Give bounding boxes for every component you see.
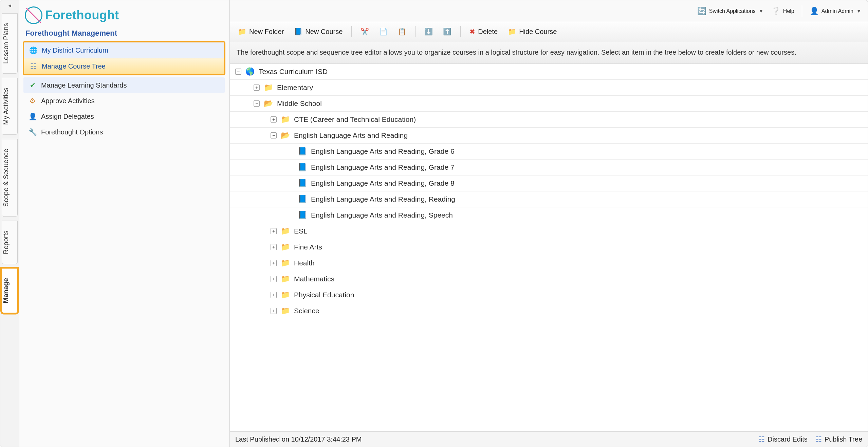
tree-folder-fine-arts[interactable]: 📁 Fine Arts (230, 239, 868, 255)
tree-label: English Language Arts and Reading, Speec… (311, 211, 453, 219)
statusbar-actions: ☷ Discard Edits ☷ Publish Tree (759, 435, 862, 443)
app-root: ◂ Lesson Plans My Activities Scope & Seq… (0, 0, 868, 447)
chevron-down-icon: ▾ (857, 8, 860, 14)
tree-folder-pe[interactable]: 📁 Physical Education (230, 287, 868, 303)
course-tree: 🌎 Texas Curriculum ISD 📁 Elementary 📂 Mi… (230, 64, 868, 431)
sidebar-item-manage-learning-standards[interactable]: ✔︎ Manage Learning Standards (23, 77, 225, 93)
btn-label: Hide Course (519, 28, 557, 36)
tree-folder-cte[interactable]: 📁 CTE (Career and Technical Education) (230, 112, 868, 128)
tree-folder-ela[interactable]: 📂 English Language Arts and Reading (230, 128, 868, 144)
publish-tree-button[interactable]: ☷ Publish Tree (816, 435, 862, 443)
expand-icon[interactable] (254, 85, 260, 91)
gear-person-icon: ⚙︎ (28, 97, 37, 105)
globe-icon: 🌎 (245, 67, 255, 76)
vtab-lesson-plans[interactable]: Lesson Plans (2, 13, 18, 74)
spacer (288, 196, 294, 202)
folder-open-icon: 📂 (281, 131, 290, 140)
switch-label: Switch Applications (709, 8, 756, 14)
sidebar-item-forethought-options[interactable]: 🔧 Forethought Options (23, 124, 225, 140)
tree-label: Physical Education (294, 291, 354, 299)
vtab-scope-sequence[interactable]: Scope & Sequence (2, 139, 18, 217)
tree-course-ela-g7[interactable]: 📘 English Language Arts and Reading, Gra… (230, 160, 868, 175)
user-icon: 👤 (810, 7, 819, 16)
sidebar-secondary-list: ✔︎ Manage Learning Standards ⚙︎ Approve … (23, 75, 225, 142)
tree-course-ela-g6[interactable]: 📘 English Language Arts and Reading, Gra… (230, 144, 868, 160)
expand-icon[interactable] (271, 116, 277, 123)
folder-hide-icon: 📁 (508, 27, 516, 36)
checkmark-icon: ✔︎ (28, 81, 37, 89)
tree-folder-mathematics[interactable]: 📁 Mathematics (230, 271, 868, 287)
tree-label: CTE (Career and Technical Education) (294, 115, 416, 124)
tree-label: Elementary (277, 83, 313, 92)
expand-icon[interactable] (271, 244, 277, 250)
expand-icon[interactable] (271, 260, 277, 266)
expand-icon[interactable] (271, 292, 277, 298)
user-menu-button[interactable]: 👤 Admin Admin ▾ (807, 5, 863, 18)
sidebar-item-assign-delegates[interactable]: 👤 Assign Delegates (23, 109, 225, 124)
paste-button[interactable]: 📋 (394, 25, 410, 38)
statusbar: Last Published on 10/12/2017 3:44:23 PM … (230, 431, 868, 447)
expand-icon[interactable] (271, 276, 277, 282)
tree-course-ela-reading[interactable]: 📘 English Language Arts and Reading, Rea… (230, 191, 868, 207)
sidebar-item-district-curriculum[interactable]: 🌐 My District Curriculum (24, 42, 224, 58)
copy-icon: 📄 (379, 27, 388, 36)
toolbar-separator (460, 26, 461, 37)
cut-button[interactable]: ✂️ (357, 25, 372, 38)
vtab-manage[interactable]: Manage (2, 268, 18, 313)
tree-course-ela-g8[interactable]: 📘 English Language Arts and Reading, Gra… (230, 175, 868, 191)
book-icon: 📘 (298, 163, 307, 172)
move-down-button[interactable]: ⬇️ (421, 25, 436, 38)
wrench-icon: 🔧 (28, 128, 37, 136)
tree-label: Texas Curriculum ISD (259, 68, 328, 76)
expand-icon[interactable] (271, 308, 277, 314)
tree-folder-health[interactable]: 📁 Health (230, 255, 868, 271)
help-button[interactable]: ❔ Help (769, 5, 797, 18)
new-folder-button[interactable]: 📁 New Folder (235, 25, 287, 38)
tree-folder-science[interactable]: 📁 Science (230, 303, 868, 319)
copy-button[interactable]: 📄 (376, 25, 391, 38)
delete-x-icon: ✖ (469, 27, 475, 36)
switch-applications-button[interactable]: 🔄 Switch Applications ▾ (695, 5, 765, 18)
book-icon: 📘 (298, 195, 307, 204)
vtab-my-activities[interactable]: My Activities (2, 78, 18, 135)
tree-label: Middle School (277, 99, 322, 108)
sidebar-item-manage-course-tree[interactable]: ☷ Manage Course Tree (24, 58, 224, 74)
move-up-button[interactable]: ⬆️ (440, 25, 455, 38)
collapse-icon[interactable] (235, 69, 241, 75)
new-course-button[interactable]: 📘 New Course (291, 25, 346, 38)
tree-folder-esl[interactable]: 📁 ESL (230, 223, 868, 239)
hide-course-button[interactable]: 📁 Hide Course (504, 25, 560, 38)
user-label: Admin Admin (821, 8, 853, 14)
last-published-text: Last Published on 10/12/2017 3:44:23 PM (235, 435, 362, 443)
scissors-icon: ✂️ (361, 27, 369, 36)
tree-course-ela-speech[interactable]: 📘 English Language Arts and Reading, Spe… (230, 207, 868, 223)
sidebar-item-approve-activities[interactable]: ⚙︎ Approve Activities (23, 93, 225, 109)
vtab-reports[interactable]: Reports (2, 221, 18, 264)
tree-icon: ☷ (29, 62, 38, 70)
main-panel: 🔄 Switch Applications ▾ ❔ Help 👤 Admin A… (230, 0, 868, 447)
book-icon: 📘 (298, 179, 307, 188)
expand-icon[interactable] (271, 228, 277, 234)
help-label: Help (783, 8, 794, 14)
collapse-icon[interactable] (254, 100, 260, 107)
chevron-down-icon: ▾ (760, 8, 762, 14)
spacer (288, 164, 294, 170)
collapse-handle[interactable]: ◂ (0, 2, 19, 11)
tree-label: English Language Arts and Reading, Grade… (311, 179, 455, 187)
spacer (288, 148, 294, 154)
sidebar-highlighted-group: 🌐 My District Curriculum ☷ Manage Course… (23, 41, 225, 75)
sidebar-item-label: Approve Activities (41, 97, 95, 105)
tree-icon: ☷ (816, 435, 822, 443)
tree-label: English Language Arts and Reading, Grade… (311, 163, 455, 171)
tree-folder-middle-school[interactable]: 📂 Middle School (230, 96, 868, 112)
tree-folder-elementary[interactable]: 📁 Elementary (230, 80, 868, 96)
book-icon: 📘 (298, 147, 307, 156)
tree-root[interactable]: 🌎 Texas Curriculum ISD (230, 64, 868, 80)
switch-icon: 🔄 (697, 7, 706, 16)
collapse-icon[interactable] (271, 132, 277, 138)
topbar-separator (802, 5, 802, 17)
discard-edits-button[interactable]: ☷ Discard Edits (759, 435, 808, 443)
delete-button[interactable]: ✖ Delete (466, 25, 501, 38)
arrow-up-icon: ⬆️ (443, 27, 451, 36)
toolbar-separator (415, 26, 415, 37)
